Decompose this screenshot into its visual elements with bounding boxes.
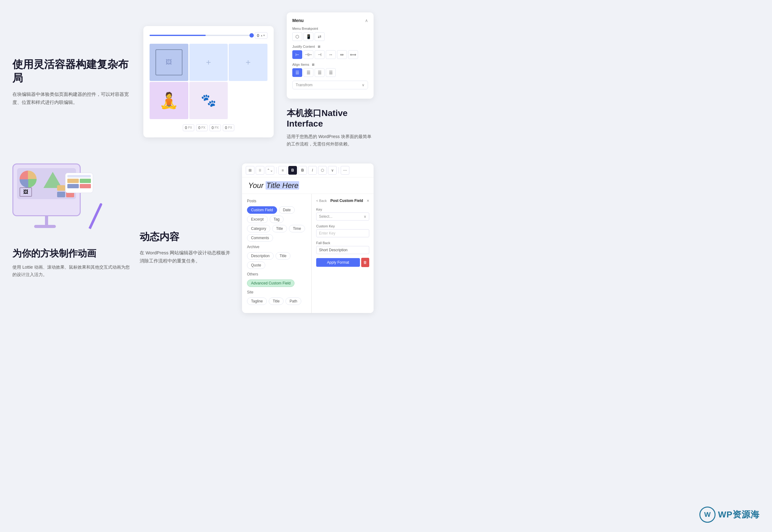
others-tags: Advanced Custom Field: [247, 279, 306, 287]
tag-date[interactable]: Date: [279, 206, 295, 214]
cf-key-chevron-icon: ∨: [364, 214, 366, 219]
swatch-1: [57, 185, 65, 191]
toolbar-align-icon[interactable]: ≡: [278, 166, 287, 175]
slider-value-display: 0 ▲▼: [255, 32, 267, 39]
image-placeholder: 🖼: [155, 49, 182, 75]
tag-quote[interactable]: Quote: [247, 262, 265, 269]
breakpoint-switch-icon[interactable]: ⇄: [315, 32, 325, 41]
align-stretch-icon[interactable]: ☰: [326, 68, 336, 77]
align-middle-icon[interactable]: ☰: [303, 68, 313, 77]
cf-delete-button[interactable]: 🗑: [361, 258, 369, 267]
top-right-content: Menu ∧ Menu Breakpoint ⬡ 📱 ⇄ Justify Con…: [287, 12, 374, 151]
fw-line-1: [67, 175, 91, 177]
cf-custom-key-group: Custom Key Enter Key: [316, 224, 369, 237]
tag-path[interactable]: Path: [285, 297, 301, 305]
cf-apply-button[interactable]: Apply Format: [316, 258, 360, 267]
site-section: Site Tagline Title Path: [247, 290, 306, 305]
tag-advanced-custom-field[interactable]: Advanced Custom Field: [247, 279, 294, 287]
breakpoint-tablet-icon[interactable]: 📱: [303, 32, 313, 41]
slider-arrows[interactable]: ▲▼: [260, 34, 265, 37]
monitor-stand: [45, 216, 48, 226]
justify-space-around-icon[interactable]: ⇔: [337, 50, 347, 59]
others-section-title: Others: [247, 272, 306, 276]
custom-field-panel: < Back Post Custom Field × Key Select...…: [312, 194, 374, 313]
editor-title-highlight: Title Here: [266, 181, 299, 190]
tag-time[interactable]: Time: [289, 225, 305, 232]
cf-fallback-label: Fall Back: [316, 241, 369, 245]
tag-tag[interactable]: Tag: [270, 216, 284, 223]
toolbar-chevron-icon[interactable]: ∨: [328, 166, 337, 175]
cf-custom-key-input[interactable]: Enter Key: [316, 229, 369, 237]
top-center-mockup: 0 ▲▼ 🖼 + + 🧘: [140, 26, 277, 137]
pencil-shape: [88, 203, 102, 229]
cf-key-label: Key: [316, 208, 369, 211]
editor-title-before: Your: [248, 181, 266, 190]
cf-key-group: Key Select... ∨: [316, 208, 369, 221]
toolbar-bold-icon[interactable]: B: [298, 166, 307, 175]
tag-excerpt[interactable]: Excerpt: [247, 216, 268, 223]
justify-start-icon[interactable]: ⊢: [292, 50, 302, 59]
panel-chevron-up-icon[interactable]: ∧: [365, 18, 368, 23]
breakpoint-desktop-icon[interactable]: ⬡: [292, 32, 302, 41]
tag-custom-field[interactable]: Custom Field: [247, 206, 277, 214]
page-wrapper: 使用灵活容器构建复杂布局 在块编辑器中体验类似页面构建器的控件，可以对容器宽度、…: [0, 0, 386, 325]
editor-title-area: Your Title Here: [242, 177, 374, 194]
justify-space-between-icon[interactable]: ↔: [326, 50, 336, 59]
justify-stretch-icon[interactable]: ⟺: [348, 50, 358, 59]
top-section: 使用灵活容器构建复杂布局 在块编辑器中体验类似页面构建器的控件，可以对容器宽度、…: [0, 0, 386, 157]
lottie-illustration: 🖼: [12, 163, 99, 241]
bottom-section: 🖼: [0, 157, 386, 325]
tag-title[interactable]: Title: [272, 225, 287, 232]
spacing-right[interactable]: 0 PX: [196, 124, 208, 131]
align-top-icon[interactable]: ☰: [292, 68, 302, 77]
tag-site-title[interactable]: Title: [269, 297, 284, 305]
toolbar-more-icon[interactable]: ⋯: [341, 166, 349, 175]
tag-description[interactable]: Description: [247, 252, 274, 260]
tag-comments[interactable]: Comments: [247, 234, 273, 242]
cf-close-button[interactable]: ×: [367, 198, 369, 203]
slider-fill: [150, 35, 206, 36]
align-bottom-icon[interactable]: ☰: [315, 68, 325, 77]
site-section-title: Site: [247, 290, 306, 294]
cf-panel-title: Post Custom Field: [330, 199, 363, 203]
site-tags: Tagline Title Path: [247, 297, 306, 305]
justify-center-icon[interactable]: ⊣⊢: [303, 50, 313, 59]
spacing-left[interactable]: 0 PX: [223, 124, 234, 131]
cf-header: < Back Post Custom Field ×: [316, 198, 369, 203]
tag-tagline[interactable]: Tagline: [247, 297, 267, 305]
archive-section-title: Archive: [247, 245, 306, 249]
bottom-right-editor: ⊞ ⁞⁞ ⌃⌄ ≡ B B I ⬡ ∨ ⋯ Your Title Here: [242, 163, 374, 313]
tag-archive-title[interactable]: Title: [276, 252, 290, 260]
transform-row: Transfrom ∨: [292, 81, 368, 89]
grid-cell-plus-2[interactable]: +: [229, 44, 267, 81]
cf-key-select-value: Select...: [319, 214, 332, 219]
illustration-container: 🖼: [12, 163, 99, 235]
animation-description: 使用 Lottie 动画、滚动效果、鼠标效果和其他交互式动画为您的设计注入活力。: [12, 264, 130, 279]
cf-action-buttons: Apply Format 🗑: [316, 258, 369, 267]
toolbar-italic-icon[interactable]: I: [308, 166, 317, 175]
cf-key-select[interactable]: Select... ∨: [316, 212, 369, 221]
toolbar-arrows-icon[interactable]: ⌃⌄: [266, 166, 274, 175]
slider-thumb[interactable]: [249, 33, 254, 38]
color-wheel: [20, 171, 37, 188]
cf-back-button[interactable]: < Back: [316, 199, 327, 203]
slider-track[interactable]: [150, 35, 252, 36]
cf-fallback-text: Short Description: [319, 248, 348, 252]
align-row: Align Items 🖥 ☰ ☰ ☰ ☰: [292, 63, 368, 77]
toolbar-link-icon[interactable]: ⬡: [318, 166, 327, 175]
toolbar-grid-icon[interactable]: ⊞: [246, 166, 254, 175]
justify-label: Justify Content 🖥: [292, 45, 368, 48]
grid-cell-plus-1[interactable]: +: [189, 44, 228, 81]
cf-fallback-value[interactable]: Short Description: [316, 246, 369, 254]
editor-body: Posts Custom Field Date Excerpt Tag Cate…: [242, 194, 374, 313]
justify-buttons: ⊢ ⊣⊢ ⊣ ↔ ⇔ ⟺: [292, 50, 368, 59]
toolbar-dots-icon[interactable]: ⁞⁞: [256, 166, 264, 175]
top-left-description: 在块编辑器中体验类似页面构建器的控件，可以对容器宽度、位置和样式进行内联编辑。: [12, 90, 130, 106]
spacing-bottom[interactable]: 0 PX: [209, 124, 221, 131]
tag-category[interactable]: Category: [247, 225, 270, 232]
toolbar-B-icon[interactable]: B: [288, 166, 297, 175]
transform-select[interactable]: Transfrom ∨: [292, 81, 368, 89]
spacing-top[interactable]: 0 PX: [183, 124, 194, 131]
justify-end-icon[interactable]: ⊣: [315, 50, 325, 59]
grid-cell-image: 🖼: [150, 44, 188, 81]
